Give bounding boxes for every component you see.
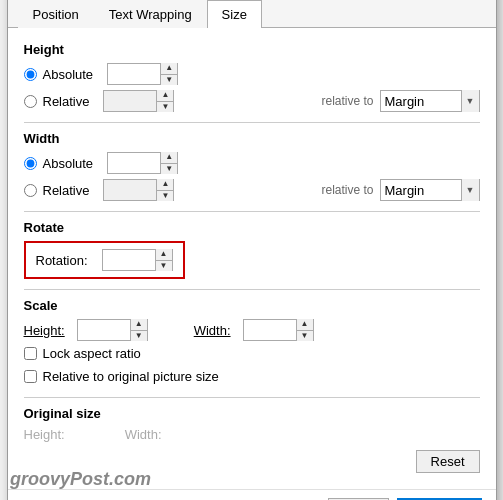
width-relative-to-label: relative to <box>321 183 373 197</box>
layout-dialog: Layout ? ✕ Position Text Wrapping Size H… <box>7 0 497 500</box>
original-width-label: Width: <box>125 427 162 442</box>
width-relative-input[interactable] <box>104 180 156 200</box>
height-absolute-up[interactable]: ▲ <box>161 63 177 74</box>
width-relative-down[interactable]: ▼ <box>157 190 173 202</box>
height-absolute-radio-row: Absolute 0.42" ▲ ▼ <box>24 63 179 85</box>
scale-height-spin-btns: ▲ ▼ <box>130 319 147 341</box>
width-relative-up[interactable]: ▲ <box>157 179 173 190</box>
height-relative-down[interactable]: ▼ <box>157 101 173 113</box>
scale-height-down[interactable]: ▼ <box>131 330 147 342</box>
height-absolute-spin: 0.42" ▲ ▼ <box>107 63 178 85</box>
rotation-up[interactable]: ▲ <box>156 249 172 260</box>
width-absolute-row: Absolute 2.72" ▲ ▼ <box>24 152 480 174</box>
width-absolute-input[interactable]: 2.72" <box>108 153 160 173</box>
original-row: Height: Width: <box>24 427 480 442</box>
watermark: groovyPost.com <box>10 469 151 490</box>
rotate-section-label: Rotate <box>24 220 480 235</box>
relative-original-label: Relative to original picture size <box>43 369 219 384</box>
divider-1 <box>24 122 480 123</box>
width-absolute-spin-btns: ▲ ▼ <box>160 152 177 174</box>
width-relative-spin-btns: ▲ ▼ <box>156 179 173 201</box>
original-height-label: Height: <box>24 427 65 442</box>
height-relative-row: Relative ▲ ▼ relative to <box>24 90 480 112</box>
height-relative-spin-btns: ▲ ▼ <box>156 90 173 112</box>
width-relative-to-select-wrapper: Margin Page ▼ <box>380 179 480 201</box>
scale-width-group: Width: 100 % ▲ ▼ <box>194 319 314 341</box>
tab-text-wrapping[interactable]: Text Wrapping <box>94 0 207 28</box>
divider-4 <box>24 397 480 398</box>
scale-width-label: Width: <box>194 323 231 338</box>
height-relative-to-select[interactable]: Margin Page <box>381 91 461 111</box>
scale-width-down[interactable]: ▼ <box>297 330 313 342</box>
width-relative-to-select[interactable]: Margin Page <box>381 180 461 200</box>
relative-original-checkbox[interactable] <box>24 370 37 383</box>
rotation-label: Rotation: <box>36 253 88 268</box>
original-section-label: Original size <box>24 406 480 421</box>
dialog-footer: OK Cancel <box>8 489 496 500</box>
scale-width-spin-btns: ▲ ▼ <box>296 319 313 341</box>
width-absolute-down[interactable]: ▼ <box>161 163 177 175</box>
height-rows: Absolute 0.42" ▲ ▼ <box>24 63 480 112</box>
tab-size[interactable]: Size <box>207 0 262 28</box>
height-absolute-left: Absolute 0.42" ▲ ▼ <box>24 63 284 85</box>
reset-button[interactable]: Reset <box>416 450 480 473</box>
width-relative-to-arrow: ▼ <box>461 179 479 201</box>
width-absolute-up[interactable]: ▲ <box>161 152 177 163</box>
tab-position[interactable]: Position <box>18 0 94 28</box>
width-section: Width Absolute 2.72" ▲ ▼ <box>24 131 480 201</box>
scale-height-label: Height: <box>24 323 65 338</box>
height-relative-up[interactable]: ▲ <box>157 90 173 101</box>
lock-aspect-checkbox[interactable] <box>24 347 37 360</box>
width-relative-spin: ▲ ▼ <box>103 179 174 201</box>
height-absolute-radio[interactable] <box>24 68 37 81</box>
height-relative-label: Relative <box>43 94 90 109</box>
width-absolute-radio-row: Absolute 2.72" ▲ ▼ <box>24 152 179 174</box>
scale-width-up[interactable]: ▲ <box>297 319 313 330</box>
height-relative-to-row: relative to Margin Page ▼ <box>321 90 479 112</box>
scale-hw-row: Height: 100 % ▲ ▼ Width: 100 % <box>24 319 480 341</box>
width-rows: Absolute 2.72" ▲ ▼ <box>24 152 480 201</box>
width-relative-radio[interactable] <box>24 184 37 197</box>
rotate-section: Rotate Rotation: 0° ▲ ▼ <box>24 220 480 279</box>
height-relative-left: Relative ▲ ▼ <box>24 90 284 112</box>
height-absolute-row: Absolute 0.42" ▲ ▼ <box>24 63 480 85</box>
rotation-input[interactable]: 0° <box>103 250 155 270</box>
tab-bar: Position Text Wrapping Size <box>8 0 496 28</box>
width-section-label: Width <box>24 131 480 146</box>
divider-2 <box>24 211 480 212</box>
height-absolute-input[interactable]: 0.42" <box>108 64 160 84</box>
width-absolute-left: Absolute 2.72" ▲ ▼ <box>24 152 284 174</box>
divider-3 <box>24 289 480 290</box>
height-relative-to-select-wrapper: Margin Page ▼ <box>380 90 480 112</box>
scale-section: Scale Height: 100 % ▲ ▼ Width: 100 % <box>24 298 480 387</box>
height-relative-spin: ▲ ▼ <box>103 90 174 112</box>
scale-section-label: Scale <box>24 298 480 313</box>
height-relative-to-label: relative to <box>321 94 373 108</box>
width-relative-radio-row: Relative ▲ ▼ <box>24 179 175 201</box>
width-relative-left: Relative ▲ ▼ <box>24 179 284 201</box>
height-relative-radio-row: Relative ▲ ▼ <box>24 90 175 112</box>
height-section-label: Height <box>24 42 480 57</box>
width-relative-row: Relative ▲ ▼ relative to <box>24 179 480 201</box>
lock-aspect-label: Lock aspect ratio <box>43 346 141 361</box>
width-absolute-radio[interactable] <box>24 157 37 170</box>
scale-width-input[interactable]: 100 % <box>244 320 296 340</box>
height-relative-radio[interactable] <box>24 95 37 108</box>
width-relative-to-row: relative to Margin Page ▼ <box>321 179 479 201</box>
original-section: Original size Height: Width: <box>24 406 480 442</box>
height-absolute-down[interactable]: ▼ <box>161 74 177 86</box>
scale-height-up[interactable]: ▲ <box>131 319 147 330</box>
rotation-spin-btns: ▲ ▼ <box>155 249 172 271</box>
width-absolute-spin: 2.72" ▲ ▼ <box>107 152 178 174</box>
relative-original-row: Relative to original picture size <box>24 369 480 384</box>
scale-rows: Height: 100 % ▲ ▼ Width: 100 % <box>24 319 480 387</box>
height-absolute-spin-btns: ▲ ▼ <box>160 63 177 85</box>
height-absolute-label: Absolute <box>43 67 94 82</box>
scale-height-input[interactable]: 100 % <box>78 320 130 340</box>
height-relative-to-arrow: ▼ <box>461 90 479 112</box>
rotation-spin: 0° ▲ ▼ <box>102 249 173 271</box>
dialog-content: Height Absolute 0.42" ▲ ▼ <box>8 28 496 489</box>
scale-height-spin: 100 % ▲ ▼ <box>77 319 148 341</box>
height-relative-input[interactable] <box>104 91 156 111</box>
rotation-down[interactable]: ▼ <box>156 260 172 272</box>
